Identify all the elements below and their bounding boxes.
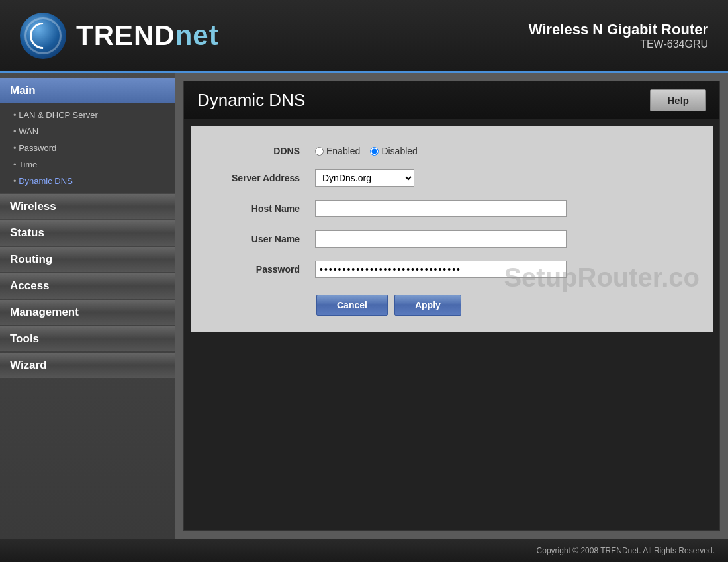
ddns-radio-group: Enabled Disabled xyxy=(315,146,694,156)
logo-icon xyxy=(20,13,66,59)
sidebar-item-password[interactable]: Password xyxy=(0,140,175,156)
main-layout: Main LAN & DHCP Server WAN Password Time… xyxy=(0,73,728,539)
server-address-row: Server Address DynDns.org TZO.com No-IP.… xyxy=(204,163,700,193)
ddns-disabled-label[interactable]: Disabled xyxy=(370,146,417,156)
content-body: DDNS Enabled Disabled xyxy=(191,126,713,332)
server-address-label: Server Address xyxy=(204,163,310,193)
logo-area: TRENDnet xyxy=(20,13,219,59)
ddns-row: DDNS Enabled Disabled xyxy=(204,139,700,163)
host-name-input[interactable] xyxy=(315,200,567,217)
content-area: Dynamic DNS Help DDNS Enabled xyxy=(175,73,728,539)
footer: Copyright © 2008 TRENDnet. All Rights Re… xyxy=(0,539,728,562)
sidebar-item-wizard[interactable]: Wizard xyxy=(0,353,175,378)
page-title: Dynamic DNS xyxy=(197,90,305,111)
user-name-cell xyxy=(310,224,700,254)
device-info: Wireless N Gigabit Router TEW-634GRU xyxy=(529,21,708,50)
sidebar-submenu-main: LAN & DHCP Server WAN Password Time Dyna… xyxy=(0,103,175,193)
content-panel: Dynamic DNS Help DDNS Enabled xyxy=(183,81,720,531)
host-name-row: Host Name xyxy=(204,193,700,224)
sidebar-item-wireless[interactable]: Wireless xyxy=(0,194,175,219)
ddns-enabled-label[interactable]: Enabled xyxy=(315,146,360,156)
ddns-disabled-radio[interactable] xyxy=(370,147,379,156)
password-row: Password xyxy=(204,254,700,285)
user-name-row: User Name xyxy=(204,224,700,254)
cancel-button[interactable]: Cancel xyxy=(316,295,388,316)
password-label: Password xyxy=(204,254,310,285)
sidebar-item-tools[interactable]: Tools xyxy=(0,326,175,351)
sidebar-item-routing[interactable]: Routing xyxy=(0,247,175,272)
password-input[interactable] xyxy=(315,261,567,278)
server-address-cell: DynDns.org TZO.com No-IP.com xyxy=(310,163,700,193)
ddns-enabled-radio[interactable] xyxy=(315,147,324,156)
brand-name: TRENDnet xyxy=(76,20,219,52)
sidebar-section-main: Main LAN & DHCP Server WAN Password Time… xyxy=(0,78,175,193)
device-title: Wireless N Gigabit Router xyxy=(529,21,708,38)
ddns-input-cell: Enabled Disabled xyxy=(310,139,700,163)
sidebar-item-time[interactable]: Time xyxy=(0,156,175,173)
password-cell xyxy=(310,254,700,285)
host-name-cell xyxy=(310,193,700,224)
sidebar-item-dynamic-dns[interactable]: Dynamic DNS xyxy=(0,173,175,189)
sidebar-header-main[interactable]: Main xyxy=(0,78,175,103)
server-address-select[interactable]: DynDns.org TZO.com No-IP.com xyxy=(315,169,414,187)
sidebar-item-access[interactable]: Access xyxy=(0,273,175,299)
header: TRENDnet Wireless N Gigabit Router TEW-6… xyxy=(0,0,728,73)
ddns-label: DDNS xyxy=(204,139,310,163)
content-titlebar: Dynamic DNS Help xyxy=(184,81,719,119)
form-table: DDNS Enabled Disabled xyxy=(204,139,700,285)
sidebar-item-status[interactable]: Status xyxy=(0,220,175,246)
sidebar-item-lan-dhcp[interactable]: LAN & DHCP Server xyxy=(0,107,175,123)
help-button[interactable]: Help xyxy=(650,89,706,111)
user-name-input[interactable] xyxy=(315,230,567,248)
device-model: TEW-634GRU xyxy=(529,38,708,50)
sidebar: Main LAN & DHCP Server WAN Password Time… xyxy=(0,73,175,539)
sidebar-item-management[interactable]: Management xyxy=(0,300,175,325)
button-row: Cancel Apply xyxy=(204,285,700,319)
user-name-label: User Name xyxy=(204,224,310,254)
apply-button[interactable]: Apply xyxy=(394,295,461,316)
sidebar-item-wan[interactable]: WAN xyxy=(0,123,175,140)
copyright-text: Copyright © 2008 TRENDnet. All Rights Re… xyxy=(537,546,715,555)
host-name-label: Host Name xyxy=(204,193,310,224)
